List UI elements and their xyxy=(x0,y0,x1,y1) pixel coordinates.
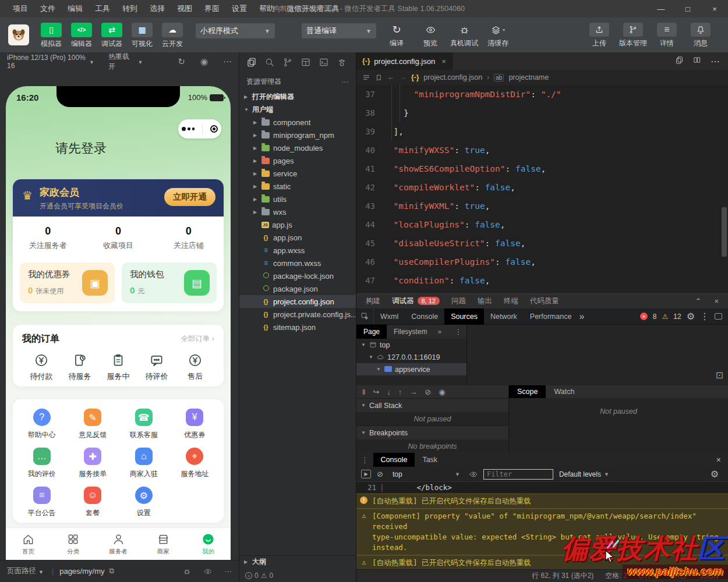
compile-mode-select[interactable]: 普通编译▼ xyxy=(302,23,376,38)
source-node-top[interactable]: ▼top xyxy=(356,339,467,351)
menu-工具[interactable]: 工具 xyxy=(89,0,116,17)
console-menu-icon[interactable]: ⋮ xyxy=(356,456,373,464)
console-tab-Task[interactable]: Task xyxy=(415,453,445,467)
toolbar-编辑器[interactable]: </>编辑器 xyxy=(66,23,97,49)
tree-item-app.wxss[interactable]: ≡app.wxss xyxy=(239,244,356,257)
grid-帮助中心[interactable]: ?帮助中心 xyxy=(16,409,68,440)
files-icon[interactable] xyxy=(246,57,257,68)
step-out-icon[interactable]: ↑ xyxy=(398,388,402,396)
mode-select[interactable]: 小程序模式▼ xyxy=(196,23,275,38)
tab-project-config[interactable]: {-} project.config.json × xyxy=(356,52,453,70)
tree-item-wxs[interactable]: ▶wxs xyxy=(239,205,356,218)
open-member-button[interactable]: 立即开通 xyxy=(164,188,215,206)
editor-more-icon[interactable]: ⋯ xyxy=(711,56,720,67)
minimize-button[interactable]: — xyxy=(648,0,674,17)
tree-item-sitemap.json[interactable]: {}sitemap.json xyxy=(239,321,356,333)
more-icon[interactable]: ⋯ xyxy=(223,56,232,67)
deactivate-breakpoints-icon[interactable]: ⊘ xyxy=(425,388,431,396)
close-panel-icon[interactable]: × xyxy=(714,297,719,306)
terminal-icon[interactable] xyxy=(319,57,329,68)
tree-item-service[interactable]: ▶service xyxy=(239,167,356,180)
step-over-icon[interactable]: ↪ xyxy=(373,388,379,396)
menu-视图[interactable]: 视图 xyxy=(171,0,198,17)
tab-首页[interactable]: 首页 xyxy=(6,528,51,560)
eye-icon[interactable] xyxy=(204,567,212,576)
error-badge-icon[interactable]: × xyxy=(640,313,648,320)
action-真机调试[interactable]: 真机调试 xyxy=(447,23,481,48)
breadcrumb-file[interactable]: project.config.json xyxy=(423,73,482,81)
grid-商家入驻[interactable]: ⌂商家入驻 xyxy=(118,448,169,479)
console-filter-input[interactable] xyxy=(483,469,553,480)
tree-item-app.json[interactable]: {}app.json xyxy=(239,231,356,244)
panel-tab-输出[interactable]: 输出 xyxy=(478,296,492,306)
wallet-card[interactable]: 我的钱包 0元 ▤ xyxy=(122,262,217,303)
pause-icon[interactable]: ‖ xyxy=(362,388,365,396)
wechat-paw-icon[interactable] xyxy=(337,57,347,68)
panel-tab-问题[interactable]: 问题 xyxy=(451,296,466,306)
tab-分类[interactable]: 分类 xyxy=(51,528,96,560)
stat-关注店铺[interactable]: 0关注店铺 xyxy=(153,225,224,251)
source-control-icon[interactable] xyxy=(282,57,293,68)
search-icon[interactable] xyxy=(264,57,275,68)
action-预览[interactable]: 预览 xyxy=(414,23,447,48)
language-mode[interactable]: JSON xyxy=(700,572,719,580)
sources-tab-Page[interactable]: Page xyxy=(356,325,387,339)
user-avatar[interactable] xyxy=(8,24,29,45)
collapse-panel-icon[interactable]: ⌃ xyxy=(695,297,702,306)
tree-item-app.js[interactable]: JSapp.js xyxy=(239,218,356,231)
close-button[interactable]: × xyxy=(701,0,728,17)
panel-tab-调试器[interactable]: 调试器8, 12 xyxy=(392,296,440,306)
cursor-position[interactable]: 行 62, 列 31 (选中2) xyxy=(532,571,593,581)
order-售后[interactable]: 售后 xyxy=(176,353,214,382)
rotate-icon[interactable]: ↻ xyxy=(178,56,185,67)
stat-收藏项目[interactable]: 0收藏项目 xyxy=(83,225,154,251)
record-icon[interactable]: ◉ xyxy=(200,56,208,67)
order-待服务[interactable]: 待服务 xyxy=(61,353,99,382)
login-prompt[interactable]: 请先登录 xyxy=(55,140,107,157)
menu-编辑[interactable]: 编辑 xyxy=(62,0,89,17)
grid-服务接单[interactable]: ✚服务接单 xyxy=(68,448,119,479)
stat-关注服务者[interactable]: 0关注服务者 xyxy=(13,225,83,251)
grid-优惠券[interactable]: ¥优惠券 xyxy=(169,409,221,440)
pause-on-exceptions-icon[interactable]: ◉ xyxy=(439,388,445,396)
devtools-overflow-icon[interactable]: » xyxy=(579,311,584,322)
editor-scrollbar[interactable] xyxy=(722,207,727,257)
action-编译[interactable]: ↻编译 xyxy=(380,23,414,48)
clear-console-icon[interactable]: ⊘ xyxy=(377,470,383,478)
close-tab-icon[interactable]: × xyxy=(441,57,446,66)
context-select[interactable]: top▼ xyxy=(389,469,464,480)
outline-list-icon[interactable] xyxy=(362,73,370,81)
close-console-icon[interactable]: × xyxy=(716,455,728,464)
devtools-tab-Wxml[interactable]: Wxml xyxy=(374,308,405,325)
tree-item-打开的编辑器[interactable]: ▶打开的编辑器 xyxy=(239,90,356,103)
split-editor-icon[interactable] xyxy=(693,56,701,67)
toolbar-调试器[interactable]: ⇄调试器 xyxy=(97,23,127,49)
encoding[interactable]: UTF-8 xyxy=(639,572,659,580)
action-详情[interactable]: ≡详情 xyxy=(650,23,684,48)
open-changes-icon[interactable] xyxy=(675,56,684,67)
devtools-settings-icon[interactable]: ⚙ xyxy=(687,311,695,322)
sources-menu-icon[interactable]: ⋮ xyxy=(455,328,467,336)
levels-select[interactable]: Default levels▼ xyxy=(559,470,609,478)
call-stack-title[interactable]: Call Stack xyxy=(369,402,402,410)
menu-文件[interactable]: 文件 xyxy=(34,0,61,17)
warning-badge-icon[interactable]: ⚠ xyxy=(662,313,669,321)
indentation[interactable]: 空格: 2 xyxy=(605,571,627,581)
tree-item-用户端[interactable]: ▼用户端 xyxy=(239,103,356,116)
step-icon[interactable]: → xyxy=(409,388,417,396)
explorer-more-icon[interactable]: ⋯ xyxy=(341,78,349,86)
breakpoints-title[interactable]: Breakpoints xyxy=(369,429,408,437)
devtools-tab-Network[interactable]: Network xyxy=(484,308,524,325)
devtools-menu-icon[interactable]: ⋮ xyxy=(700,311,709,322)
panel-tab-构建[interactable]: 构建 xyxy=(366,296,380,306)
sources-tab-Filesystem[interactable]: Filesystem xyxy=(387,325,434,339)
menu-项目[interactable]: 项目 xyxy=(7,0,34,17)
tree-item-component[interactable]: ▶component xyxy=(239,116,356,129)
grid-平台公告[interactable]: ≡平台公告 xyxy=(16,487,68,518)
toolbar-模拟器[interactable]: ▯模拟器 xyxy=(36,23,66,49)
grid-服务地址[interactable]: ⌖服务地址 xyxy=(169,448,221,479)
eol[interactable]: CRLF xyxy=(670,572,688,580)
toolbar-云开发[interactable]: ☁云开发 xyxy=(157,23,188,49)
tree-item-common.wxss[interactable]: ≡common.wxss xyxy=(239,257,356,269)
order-服务中[interactable]: 服务中 xyxy=(99,353,137,382)
